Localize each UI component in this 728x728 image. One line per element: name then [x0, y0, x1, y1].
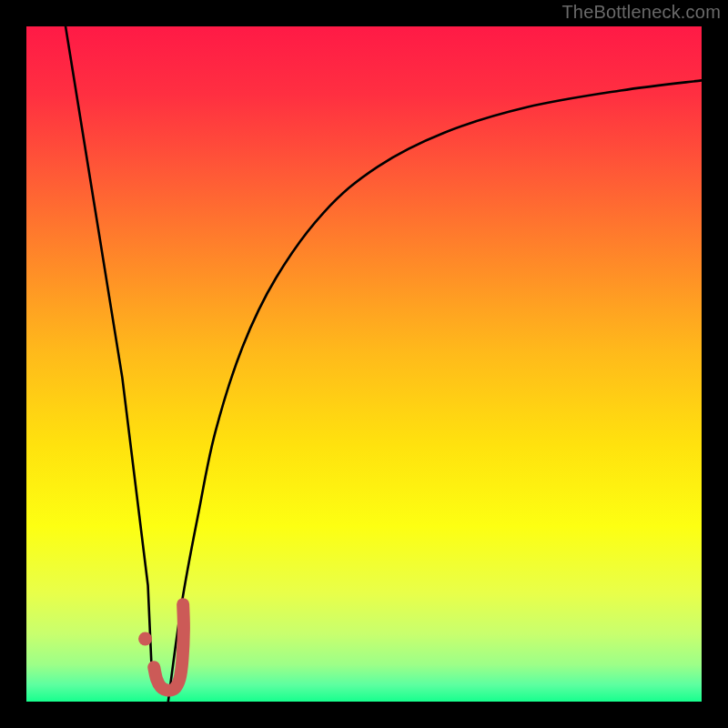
j-marker-dot: [138, 632, 152, 645]
chart-svg: [0, 0, 728, 728]
chart-canvas: TheBottleneck.com: [0, 0, 728, 728]
gradient-background: [26, 26, 702, 702]
watermark-text: TheBottleneck.com: [561, 2, 721, 23]
